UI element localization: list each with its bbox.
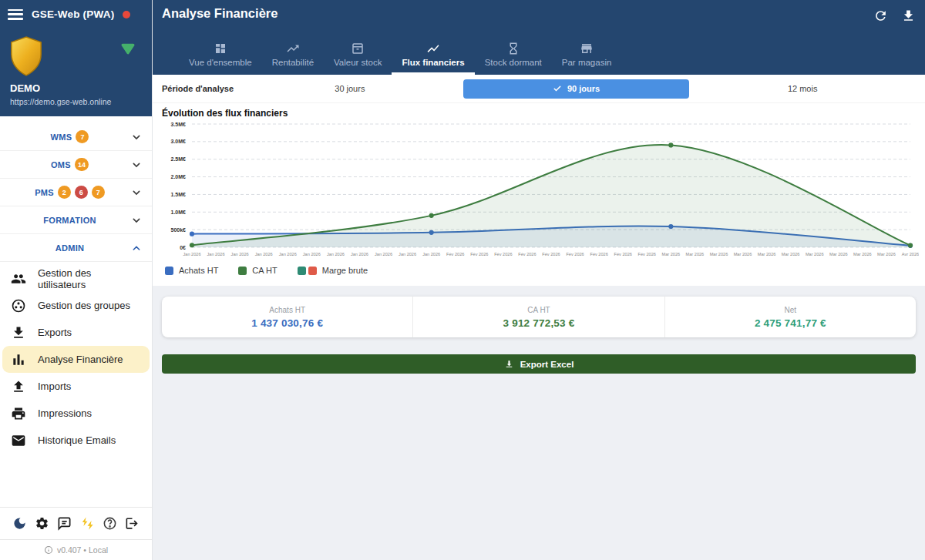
- period-label: Période d'analyse: [162, 84, 227, 93]
- page-title: Analyse Financière: [162, 6, 278, 21]
- sidebar-sections: WMS7OMS14PMS267FORMATIONADMIN: [0, 123, 152, 262]
- sidebar-section-admin[interactable]: ADMIN: [0, 234, 152, 262]
- app-window: GSE-Web (PWA) DEMO https://demo.gse-web.…: [0, 0, 925, 560]
- tab-vue-d-ensemble[interactable]: Vue d'ensemble: [179, 39, 262, 75]
- help-icon[interactable]: [103, 516, 118, 531]
- sidebar-item-label: Gestion des groupes: [38, 300, 130, 311]
- svg-text:Fév 2026: Fév 2026: [566, 252, 584, 257]
- svg-text:Fév 2026: Fév 2026: [446, 252, 464, 257]
- legend-item-marge-brute[interactable]: Marge brute: [298, 266, 368, 275]
- period-option-30-jours[interactable]: 30 jours: [237, 79, 463, 99]
- period-option-label: 12 mois: [788, 84, 818, 93]
- summary-value: 3 912 772,53 €: [503, 317, 575, 329]
- sidebar-item-historique-emails[interactable]: Historique Emails: [0, 427, 152, 454]
- section-label: WMS: [51, 132, 72, 142]
- legend-label: CA HT: [252, 266, 277, 275]
- svg-text:Fév 2026: Fév 2026: [494, 252, 512, 257]
- header-download-icon[interactable]: [901, 8, 916, 23]
- info-icon: [44, 545, 53, 555]
- email-icon: [11, 433, 26, 448]
- bolts-icon[interactable]: [79, 516, 95, 531]
- svg-text:3.5M€: 3.5M€: [171, 122, 187, 127]
- tab-valeur-stock[interactable]: Valeur stock: [324, 39, 392, 75]
- app-title: GSE-Web (PWA): [32, 8, 114, 20]
- section-label: FORMATION: [43, 216, 96, 225]
- import-upload-icon: [11, 379, 26, 394]
- main-area: Analyse Financière Vue d'ensembleRentabi…: [153, 0, 925, 560]
- legend-label: Achats HT: [179, 266, 218, 275]
- svg-text:Fév 2026: Fév 2026: [590, 252, 607, 257]
- summary-value: 1 437 030,76 €: [251, 317, 323, 329]
- sidebar-item-imports[interactable]: Imports: [0, 373, 152, 400]
- sidebar: GSE-Web (PWA) DEMO https://demo.gse-web.…: [0, 0, 153, 560]
- chart-section: Évolution des flux financiers 3.5M€3.0M€…: [153, 103, 925, 260]
- status-dot-icon: [123, 11, 130, 18]
- store-icon: [580, 42, 594, 55]
- period-option-label: 30 jours: [335, 84, 365, 93]
- sidebar-item-impressions[interactable]: Impressions: [0, 400, 152, 427]
- section-label: PMS: [35, 188, 54, 197]
- sidebar-item-gestion-des-groupes[interactable]: Gestion des groupes: [0, 292, 152, 319]
- connectivity-icon: [119, 42, 136, 59]
- environment-url[interactable]: https://demo.gse-web.online: [10, 97, 111, 106]
- sidebar-section-pms[interactable]: PMS267: [0, 179, 152, 206]
- refresh-icon[interactable]: [873, 8, 888, 23]
- export-download-icon: [11, 325, 26, 340]
- shield-logo: [8, 35, 44, 81]
- page-header: Analyse Financière Vue d'ensembleRentabi…: [153, 0, 925, 75]
- sidebar-item-label: Analyse Financière: [38, 354, 123, 365]
- period-options: 30 jours90 jours12 mois: [237, 79, 916, 99]
- sidebar-item-analyse-financi-re[interactable]: Analyse Financière: [2, 346, 150, 373]
- logout-icon[interactable]: [125, 516, 140, 531]
- legend-swatch: [165, 267, 173, 275]
- tab-label: Valeur stock: [334, 58, 382, 72]
- svg-text:Mar 2026: Mar 2026: [734, 252, 752, 257]
- dark-mode-moon-icon[interactable]: [12, 516, 27, 531]
- svg-text:Mar 2026: Mar 2026: [710, 252, 728, 257]
- flux-line-chart: 3.5M€3.0M€2.5M€2.0M€1.5M€1.0M€500k€0€Jan…: [160, 119, 919, 260]
- svg-text:Mar 2026: Mar 2026: [758, 252, 776, 257]
- trending-up-icon: [286, 42, 300, 55]
- svg-text:Fév 2026: Fév 2026: [614, 252, 632, 257]
- svg-text:500k€: 500k€: [171, 227, 187, 233]
- period-option-90-jours[interactable]: 90 jours: [463, 79, 690, 99]
- svg-text:Mar 2026: Mar 2026: [686, 252, 705, 257]
- sidebar-item-exports[interactable]: Exports: [0, 319, 152, 346]
- chart-legend: Achats HTCA HTMarge brute: [153, 260, 925, 286]
- tab-par-magasin[interactable]: Par magasin: [552, 39, 622, 75]
- period-option-12-mois[interactable]: 12 mois: [689, 79, 916, 99]
- settings-gear-icon[interactable]: [34, 516, 49, 531]
- export-label: Export Excel: [520, 360, 574, 369]
- legend-label: Marge brute: [322, 266, 368, 275]
- svg-text:Jan 2026: Jan 2026: [183, 252, 200, 257]
- sidebar-item-gestion-des-utilisateurs[interactable]: Gestion des utilisateurs: [0, 265, 152, 292]
- export-excel-button[interactable]: Export Excel: [162, 354, 916, 374]
- summary-label: Net: [785, 306, 797, 314]
- svg-text:Jan 2026: Jan 2026: [255, 252, 273, 257]
- version-bar: v0.407 • Local: [0, 539, 152, 560]
- legend-swatch: [298, 267, 306, 275]
- tab-stock-dormant[interactable]: Stock dormant: [475, 39, 552, 75]
- chat-icon[interactable]: [57, 516, 72, 531]
- sidebar-section-oms[interactable]: OMS14: [0, 151, 152, 179]
- hamburger-menu-icon[interactable]: [8, 9, 23, 20]
- svg-text:Mar 2026: Mar 2026: [662, 252, 681, 257]
- summary-ca-ht: CA HT3 912 772,53 €: [413, 297, 664, 337]
- tab-flux-financiers[interactable]: Flux financiers: [392, 39, 474, 75]
- notification-badge: 14: [75, 158, 89, 171]
- tab-rentabilit-[interactable]: Rentabilité: [262, 39, 324, 75]
- svg-text:Jan 2026: Jan 2026: [375, 252, 392, 257]
- sidebar-section-wms[interactable]: WMS7: [0, 123, 152, 151]
- svg-text:1.5M€: 1.5M€: [171, 192, 187, 197]
- finance-chart-icon: [11, 352, 26, 367]
- sidebar-section-formation[interactable]: FORMATION: [0, 206, 152, 234]
- legend-item-achats-ht[interactable]: Achats HT: [165, 266, 218, 275]
- notification-badge: 7: [76, 130, 89, 143]
- chevron-up-icon: [130, 242, 143, 254]
- legend-item-ca-ht[interactable]: CA HT: [238, 266, 277, 275]
- sidebar-item-label: Imports: [38, 381, 71, 392]
- svg-text:Mar 2026: Mar 2026: [877, 252, 896, 257]
- version-text: v0.407 • Local: [57, 545, 108, 555]
- printer-icon: [11, 406, 26, 421]
- svg-text:0€: 0€: [180, 245, 186, 250]
